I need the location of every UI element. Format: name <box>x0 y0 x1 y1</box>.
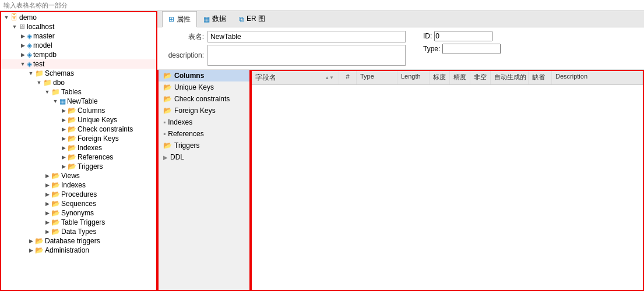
sidebar-item-test[interactable]: ▼ ◈ test <box>1 59 156 69</box>
sidebar-item-triggers[interactable]: ▶ 📂 Triggers <box>1 162 156 171</box>
nav-item-indexes[interactable]: ▪ Indexes <box>159 116 249 128</box>
sidebar-label-newtable: NewTable <box>67 97 98 105</box>
folder-icon-indexes2: 📂 <box>51 181 60 189</box>
sidebar-item-admin[interactable]: ▶ 📂 Administration <box>1 246 156 255</box>
nav-folder-icon-indexes: ▪ <box>163 118 166 126</box>
expand-arrow-indexes2: ▶ <box>43 182 51 188</box>
table-name-input[interactable] <box>207 31 406 42</box>
nav-item-ddl[interactable]: ▶ DDL <box>159 151 249 163</box>
sidebar-item-model[interactable]: ▶ ◈ model <box>1 41 156 50</box>
nav-label-ddl: DDL <box>170 153 184 161</box>
sidebar-item-sequences[interactable]: ▶ 📂 Sequences <box>1 199 156 208</box>
expand-arrow-columns: ▶ <box>59 108 68 113</box>
sidebar-label-references: References <box>78 153 113 161</box>
sidebar-item-procedures[interactable]: ▶ 📂 Procedures <box>1 190 156 199</box>
sidebar-item-demo[interactable]: ▼ 🗄 demo <box>1 12 156 22</box>
nav-label-columns: Columns <box>174 72 204 80</box>
sidebar-item-master[interactable]: ▶ ◈ master <box>1 31 156 41</box>
id-label: ID: <box>423 32 432 40</box>
nav-item-checkconstraints[interactable]: 📂 Check constraints <box>159 93 249 105</box>
nav-folder-icon-columns: 📂 <box>163 72 172 80</box>
expand-arrow-references: ▶ <box>59 154 68 160</box>
expand-arrow-test: ▼ <box>19 61 27 67</box>
sidebar-item-schemas[interactable]: ▼ 📁 Schemas <box>1 69 156 78</box>
col-header-default: 缺省 <box>529 71 552 84</box>
content-area: 📂 Columns 📂 Unique Keys 📂 Check constrai… <box>157 70 644 291</box>
sidebar-item-views[interactable]: ▶ 📂 Views <box>1 171 156 180</box>
search-input[interactable] <box>3 2 120 9</box>
sidebar-label-views: Views <box>61 172 80 180</box>
folder-icon-references: 📂 <box>68 153 76 161</box>
expand-arrow-localhost: ▼ <box>10 24 19 30</box>
sidebar-item-foreignkeys[interactable]: ▶ 📂 Foreign Keys <box>1 134 156 143</box>
sidebar-item-datatypes[interactable]: ▶ 📂 Data Types <box>1 227 156 236</box>
sidebar-item-newtable[interactable]: ▼ ▦ NewTable <box>1 97 156 106</box>
sidebar-item-checkconstraints[interactable]: ▶ 📂 Check constraints <box>1 125 156 134</box>
sidebar-label-checkconstraints: Check constraints <box>78 125 133 133</box>
expand-arrow-checkconstraints: ▶ <box>59 126 68 132</box>
col-header-hash: # <box>339 71 357 84</box>
sidebar-label-master: master <box>33 32 55 40</box>
folder-icon-synonyms: 📂 <box>51 209 60 217</box>
description-label: description: <box>163 51 204 59</box>
nav-item-uniquekeys[interactable]: 📂 Unique Keys <box>159 81 249 93</box>
expand-arrow-model: ▶ <box>19 42 27 48</box>
table-area: 字段名 ▲▼ # Type Length 标度 精度 非空 自动生成的 缺省 D… <box>251 70 644 291</box>
expand-arrow-tempdb: ▶ <box>19 52 27 58</box>
sidebar-item-tempdb[interactable]: ▶ ◈ tempdb <box>1 50 156 59</box>
sidebar-item-tables[interactable]: ▼ 📁 Tables <box>1 87 156 97</box>
col-header-description: Description <box>552 71 643 84</box>
folder-icon-datatypes: 📂 <box>51 228 60 236</box>
sort-arrows[interactable]: ▲▼ <box>323 74 335 81</box>
expand-arrow-uniquekeys: ▶ <box>59 117 68 123</box>
sidebar-item-references[interactable]: ▶ 📂 References <box>1 152 156 162</box>
expand-arrow-admin: ▶ <box>27 247 35 253</box>
folder-icon-uniquekeys: 📂 <box>68 116 76 124</box>
folder-icon-admin: 📂 <box>35 246 44 254</box>
nav-item-triggers[interactable]: 📂 Triggers <box>159 140 249 151</box>
table-name-label: 表名: <box>163 32 204 42</box>
col-header-scale: 标度 <box>430 71 450 84</box>
type-group: Type: <box>423 44 501 54</box>
description-input[interactable] <box>207 45 406 66</box>
nav-item-references[interactable]: ▪ References <box>159 128 249 140</box>
nav-folder-icon-checkconstraints: 📂 <box>163 95 172 103</box>
sidebar-label-test: test <box>33 60 44 68</box>
sidebar-item-localhost[interactable]: ▼ 🖥 localhost <box>1 22 156 31</box>
expand-arrow-tables: ▼ <box>43 89 51 95</box>
db-icon-tempdb: ◈ <box>27 51 32 59</box>
sidebar-item-uniquekeys[interactable]: ▶ 📂 Unique Keys <box>1 115 156 125</box>
tab-data-label: 数据 <box>212 14 226 24</box>
folder-icon-dbtriggers: 📂 <box>35 237 44 245</box>
col-header-precision: 精度 <box>450 71 470 84</box>
sidebar-item-indexes[interactable]: ▶ 📂 Indexes <box>1 143 156 152</box>
nav-item-foreignkeys[interactable]: 📂 Foreign Keys <box>159 105 249 116</box>
sidebar-item-synonyms[interactable]: ▶ 📂 Synonyms <box>1 208 156 218</box>
type-input[interactable] <box>442 44 501 54</box>
expand-arrow-demo: ▼ <box>2 15 10 20</box>
folder-icon-indexes: 📂 <box>68 144 76 152</box>
sidebar-item-dbo[interactable]: ▼ 📁 dbo <box>1 78 156 87</box>
tab-properties[interactable]: ⊞ 属性 <box>162 11 197 27</box>
folder-icon-checkconstraints: 📂 <box>68 125 76 133</box>
sidebar-label-admin: Administration <box>45 246 89 254</box>
sidebar-label-uniquekeys: Unique Keys <box>78 116 117 124</box>
tab-er[interactable]: ⧉ ER 图 <box>233 11 272 27</box>
sidebar-item-columns[interactable]: ▶ 📂 Columns <box>1 106 156 115</box>
sidebar-label-sequences: Sequences <box>61 200 96 208</box>
sidebar-label-dbo: dbo <box>53 79 65 87</box>
db-icon-model: ◈ <box>27 41 32 49</box>
id-input[interactable] <box>434 31 492 41</box>
folder-icon-dbo: 📁 <box>43 79 52 87</box>
sidebar-item-dbtriggers[interactable]: ▶ 📂 Database triggers <box>1 236 156 246</box>
expand-arrow-sequences: ▶ <box>43 201 51 207</box>
sidebar-item-tabletriggers[interactable]: ▶ 📂 Table Triggers <box>1 218 156 227</box>
nav-folder-icon-uniquekeys: 📂 <box>163 83 172 91</box>
nav-item-columns[interactable]: 📂 Columns <box>159 70 249 81</box>
nav-label-indexes: Indexes <box>168 118 192 126</box>
folder-icon-sequences: 📂 <box>51 200 60 208</box>
tab-data[interactable]: ▦ 数据 <box>197 11 233 27</box>
sidebar-item-indexes2[interactable]: ▶ 📂 Indexes <box>1 180 156 190</box>
tab-er-icon: ⧉ <box>239 15 244 23</box>
nav-label-references: References <box>168 130 203 138</box>
